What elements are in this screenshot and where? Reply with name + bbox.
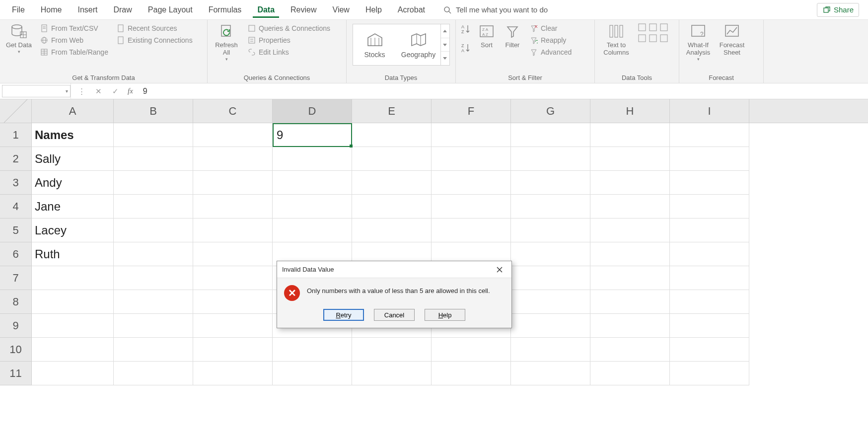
cell-H3[interactable]	[590, 171, 670, 195]
relationships-icon[interactable]	[649, 34, 657, 43]
dialog-close-button[interactable]	[497, 267, 506, 273]
col-header-D[interactable]: D	[273, 99, 352, 123]
enter-formula-icon[interactable]: ✓	[111, 87, 120, 96]
cell-F1[interactable]	[432, 123, 511, 147]
cell-A1[interactable]: Names	[32, 123, 114, 147]
cell-E11[interactable]	[352, 362, 432, 385]
cell-C11[interactable]	[193, 362, 273, 385]
cell-I9[interactable]	[670, 314, 749, 338]
cell-C7[interactable]	[193, 266, 273, 290]
flash-fill-icon[interactable]	[638, 23, 647, 32]
cell-I8[interactable]	[670, 290, 749, 314]
tab-draw[interactable]: Draw	[105, 2, 140, 17]
cell-A2[interactable]: Sally	[32, 147, 114, 171]
col-header-E[interactable]: E	[352, 99, 432, 123]
tab-data[interactable]: Data	[249, 2, 283, 17]
data-types-scroll-down[interactable]	[441, 38, 449, 52]
row-header-3[interactable]: 3	[0, 171, 32, 195]
cell-E4[interactable]	[352, 195, 432, 219]
sort-asc-icon[interactable]: AZ	[460, 23, 472, 35]
cell-B10[interactable]	[114, 338, 193, 362]
cell-F5[interactable]	[432, 219, 511, 242]
cell-I6[interactable]	[670, 242, 749, 266]
cell-E1[interactable]	[352, 123, 432, 147]
cell-I11[interactable]	[670, 362, 749, 385]
cell-B5[interactable]	[114, 219, 193, 242]
col-header-H[interactable]: H	[590, 99, 670, 123]
cell-A5[interactable]: Lacey	[32, 219, 114, 242]
data-validation-icon[interactable]	[659, 23, 668, 32]
cell-B2[interactable]	[114, 147, 193, 171]
tab-insert[interactable]: Insert	[70, 2, 105, 17]
refresh-all-button[interactable]: Refresh All ▾	[212, 23, 241, 62]
cell-H10[interactable]	[590, 338, 670, 362]
cell-D3[interactable]	[273, 171, 352, 195]
edit-links-button[interactable]: Edit Links	[245, 47, 332, 58]
cell-C2[interactable]	[193, 147, 273, 171]
cell-B11[interactable]	[114, 362, 193, 385]
cell-G3[interactable]	[511, 171, 590, 195]
row-header-2[interactable]: 2	[0, 147, 32, 171]
what-if-analysis-button[interactable]: ? What-If Analysis ▾	[683, 23, 713, 62]
advanced-filter-button[interactable]: Advanced	[527, 47, 574, 58]
cell-G10[interactable]	[511, 338, 590, 362]
cell-G8[interactable]	[511, 290, 590, 314]
cell-D2[interactable]	[273, 147, 352, 171]
cell-E10[interactable]	[352, 338, 432, 362]
cell-E3[interactable]	[352, 171, 432, 195]
dropdown-caret-icon[interactable]: ▾	[66, 88, 68, 94]
cell-H7[interactable]	[590, 266, 670, 290]
cell-G5[interactable]	[511, 219, 590, 242]
cell-D4[interactable]	[273, 195, 352, 219]
tab-acrobat[interactable]: Acrobat	[390, 2, 433, 17]
cell-A11[interactable]	[32, 362, 114, 385]
cell-A4[interactable]: Jane	[32, 195, 114, 219]
text-to-columns-button[interactable]: Text to Columns	[599, 23, 634, 57]
cell-C4[interactable]	[193, 195, 273, 219]
select-all-corner[interactable]	[0, 99, 32, 123]
properties-button[interactable]: Properties	[245, 35, 332, 46]
cell-H8[interactable]	[590, 290, 670, 314]
filter-button[interactable]: Filter	[502, 23, 523, 49]
cell-C3[interactable]	[193, 171, 273, 195]
clear-filter-button[interactable]: Clear	[527, 23, 574, 34]
cell-F2[interactable]	[432, 147, 511, 171]
cell-B7[interactable]	[114, 266, 193, 290]
cell-F3[interactable]	[432, 171, 511, 195]
cell-C9[interactable]	[193, 314, 273, 338]
forecast-sheet-button[interactable]: Forecast Sheet	[717, 23, 747, 57]
cell-I3[interactable]	[670, 171, 749, 195]
tab-file[interactable]: File	[4, 2, 33, 17]
cell-I5[interactable]	[670, 219, 749, 242]
cell-G7[interactable]	[511, 266, 590, 290]
sort-desc-icon[interactable]: ZA	[460, 42, 472, 54]
name-box[interactable]: ▾	[2, 85, 71, 97]
cell-I4[interactable]	[670, 195, 749, 219]
col-header-A[interactable]: A	[32, 99, 114, 123]
fx-label[interactable]: fx	[128, 87, 133, 95]
share-button[interactable]: Share	[817, 3, 859, 17]
cell-I2[interactable]	[670, 147, 749, 171]
cell-C6[interactable]	[193, 242, 273, 266]
cell-G11[interactable]	[511, 362, 590, 385]
cell-H5[interactable]	[590, 219, 670, 242]
get-data-button[interactable]: Get Data ▾	[4, 23, 34, 54]
cell-B4[interactable]	[114, 195, 193, 219]
cancel-formula-icon[interactable]: ✕	[94, 87, 103, 96]
existing-connections-button[interactable]: Existing Connections	[114, 35, 195, 46]
help-button[interactable]: HHelpelp	[425, 309, 465, 321]
remove-duplicates-icon[interactable]	[649, 23, 657, 32]
data-model-icon[interactable]	[659, 34, 668, 43]
cell-G1[interactable]	[511, 123, 590, 147]
cell-C10[interactable]	[193, 338, 273, 362]
cell-G2[interactable]	[511, 147, 590, 171]
col-header-I[interactable]: I	[670, 99, 749, 123]
reapply-filter-button[interactable]: Reapply	[527, 35, 574, 46]
queries-connections-button[interactable]: Queries & Connections	[245, 23, 332, 34]
cell-B3[interactable]	[114, 171, 193, 195]
stocks-button[interactable]: Stocks	[353, 24, 397, 65]
row-header-8[interactable]: 8	[0, 290, 32, 314]
cell-G9[interactable]	[511, 314, 590, 338]
tab-view[interactable]: View	[325, 2, 358, 17]
cell-B6[interactable]	[114, 242, 193, 266]
